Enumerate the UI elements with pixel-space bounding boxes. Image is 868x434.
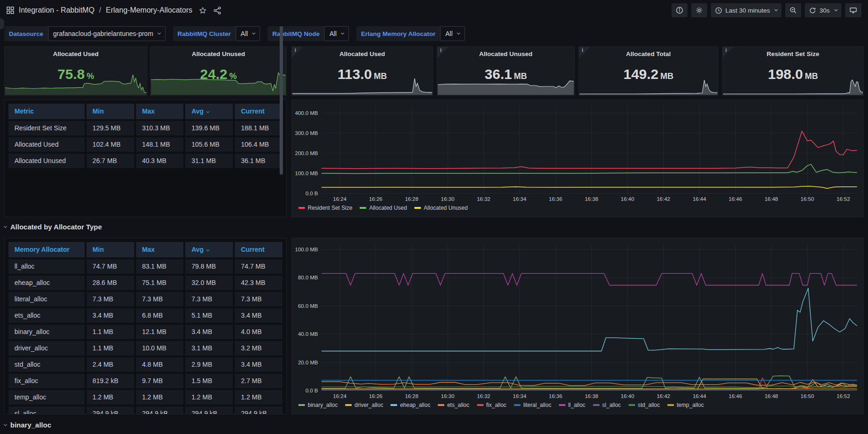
column-header-max[interactable]: Max <box>136 242 184 257</box>
table-cell: 7.3 MB <box>235 292 282 306</box>
legend-item-ll_alloc[interactable]: ll_alloc <box>559 402 586 408</box>
plot-area[interactable]: 16:2416:2616:2816:3016:3216:3416:3616:38… <box>292 100 863 204</box>
refresh-interval-picker[interactable]: 30s <box>805 3 841 17</box>
column-header-memory-allocator[interactable]: Memory Allocator <box>8 242 85 257</box>
row-allocated-by-allocator-type[interactable]: Allocated by Allocator Type <box>4 223 102 231</box>
svg-text:16:50: 16:50 <box>801 393 814 399</box>
allocated-used-stat-panel[interactable]: i Allocated Used 113.0MB <box>291 46 433 96</box>
table-scrollbar[interactable] <box>280 26 283 175</box>
menu-drawer-handle[interactable] <box>0 18 4 29</box>
allocated-unused-percent-panel[interactable]: Allocated Unused 24.2% <box>150 46 287 96</box>
cluster-label[interactable]: RabbitMQ Cluster <box>173 26 236 41</box>
table-header-row: MetricMinMaxAvgCurrent <box>8 104 282 119</box>
legend-swatch <box>667 404 674 406</box>
cluster-select[interactable]: All <box>236 26 260 41</box>
panel-info-corner[interactable] <box>723 47 734 58</box>
memory-metrics-table-panel: MetricMinMaxAvgCurrentResident Set Size1… <box>4 100 287 217</box>
panel-info-corner[interactable] <box>437 47 448 58</box>
gear-icon <box>695 7 703 14</box>
table-cell: 40.3 MB <box>136 154 184 168</box>
allocator-label[interactable]: Erlang Memory Allocator <box>356 26 440 41</box>
svg-text:300.0 MB: 300.0 MB <box>295 130 318 136</box>
legend-item-eheap_alloc[interactable]: eheap_alloc <box>391 402 430 408</box>
svg-text:16:26: 16:26 <box>369 393 383 399</box>
legend-item-driver_alloc[interactable]: driver_alloc <box>345 402 383 408</box>
legend-item-std_alloc[interactable]: std_alloc <box>629 402 660 408</box>
tv-kiosk-button[interactable] <box>845 3 861 17</box>
info-icon: i <box>582 47 583 53</box>
node-label[interactable]: RabbitMQ Node <box>268 26 324 41</box>
panel-title: Allocated Used <box>292 50 433 57</box>
svg-text:16:48: 16:48 <box>765 393 778 399</box>
legend-item-binary_alloc[interactable]: binary_alloc <box>298 402 338 408</box>
dashboard-settings-button[interactable] <box>691 3 707 17</box>
svg-text:16:42: 16:42 <box>657 196 670 202</box>
table-cell: 32.0 MB <box>185 276 233 290</box>
table-cell: ets_alloc <box>8 308 85 323</box>
panel-info-button[interactable] <box>672 3 687 17</box>
chevron-down-icon <box>834 7 838 11</box>
table-cell: 294.9 kB <box>235 406 282 414</box>
plot-area[interactable]: 16:2416:2616:2816:3016:3216:3416:3616:38… <box>292 238 863 401</box>
column-header-max[interactable]: Max <box>136 104 184 119</box>
table-cell: 105.6 MB <box>185 137 233 152</box>
datasource-select[interactable]: grafanacloud-gabrielantunes-prom <box>48 26 166 41</box>
table-cell: 3.2 MB <box>235 341 282 356</box>
legend-item-allocated-used[interactable]: Allocated Used <box>360 205 407 211</box>
legend-item-literal_alloc[interactable]: literal_alloc <box>514 402 551 408</box>
share-icon[interactable] <box>213 7 221 14</box>
legend-item-ets_alloc[interactable]: ets_alloc <box>438 402 469 408</box>
legend-swatch <box>298 207 305 209</box>
legend-item-temp_alloc[interactable]: temp_alloc <box>667 402 704 408</box>
column-header-avg[interactable]: Avg <box>185 242 233 257</box>
row-binary-alloc[interactable]: binary_alloc <box>4 421 51 429</box>
allocated-used-percent-panel[interactable]: Allocated Used 75.8% <box>4 46 147 96</box>
column-header-min[interactable]: Min <box>87 104 134 119</box>
svg-text:16:30: 16:30 <box>441 196 455 202</box>
resident-set-size-stat-panel[interactable]: i Resident Set Size 198.0MB <box>722 46 864 96</box>
dashboard-name: Erlang-Memory-Allocators <box>106 6 192 14</box>
column-header-min[interactable]: Min <box>87 242 134 257</box>
svg-text:16:40: 16:40 <box>621 196 634 202</box>
panel-info-corner[interactable] <box>579 47 590 58</box>
table-cell: fix_alloc <box>8 374 85 388</box>
column-header-current[interactable]: Current <box>235 242 282 257</box>
legend-item-allocated-unused[interactable]: Allocated Unused <box>414 205 468 211</box>
panel-info-corner[interactable] <box>292 47 303 58</box>
dashboards-grid-icon[interactable] <box>7 7 14 14</box>
allocator-timeseries-panel[interactable]: 16:2416:2616:2816:3016:3216:3416:3616:38… <box>291 238 864 414</box>
legend-swatch <box>629 404 635 406</box>
table-cell: 1.1 MB <box>87 325 134 339</box>
legend-swatch <box>345 404 352 406</box>
chevron-down-icon <box>252 31 255 34</box>
column-header-avg[interactable]: Avg <box>185 104 233 119</box>
info-icon: i <box>725 47 727 53</box>
table-cell: 2.7 MB <box>235 374 282 388</box>
svg-text:16:36: 16:36 <box>549 196 563 202</box>
column-header-metric[interactable]: Metric <box>8 104 85 119</box>
table-cell: 42.3 MB <box>235 276 282 290</box>
legend-item-sl_alloc[interactable]: sl_alloc <box>593 402 621 408</box>
zoom-out-button[interactable] <box>785 3 801 17</box>
allocator-select[interactable]: All <box>440 26 465 41</box>
column-header-current[interactable]: Current <box>235 104 282 119</box>
table-header-row: Memory AllocatorMinMaxAvgCurrent <box>8 242 282 257</box>
legend-item-fix_alloc[interactable]: fix_alloc <box>477 402 506 408</box>
svg-text:100.0 MB: 100.0 MB <box>295 171 318 176</box>
table-cell: 74.7 MB <box>235 259 282 274</box>
allocated-unused-stat-panel[interactable]: i Allocated Unused 36.1MB <box>437 46 575 96</box>
table-cell: 74.7 MB <box>87 259 134 274</box>
svg-text:0.0 B: 0.0 B <box>305 191 318 196</box>
legend-swatch <box>298 404 305 406</box>
memory-timeseries-panel[interactable]: 16:2416:2616:2816:3016:3216:3416:3616:38… <box>291 100 864 217</box>
node-select[interactable]: All <box>324 26 349 41</box>
panel-title: Allocated Used <box>5 50 147 57</box>
top-nav-bar: Integration - RabbitMQ / Erlang-Memory-A… <box>0 0 868 21</box>
star-icon[interactable] <box>199 7 207 14</box>
svg-text:16:46: 16:46 <box>729 196 742 202</box>
time-range-picker[interactable]: Last 30 minutes <box>711 3 781 17</box>
allocated-total-stat-panel[interactable]: i Allocated Total 149.2MB <box>579 46 718 96</box>
legend-item-resident-set-size[interactable]: Resident Set Size <box>298 205 352 211</box>
sort-desc-icon <box>206 248 210 251</box>
dashboard-folder[interactable]: Integration - RabbitMQ <box>19 6 94 14</box>
